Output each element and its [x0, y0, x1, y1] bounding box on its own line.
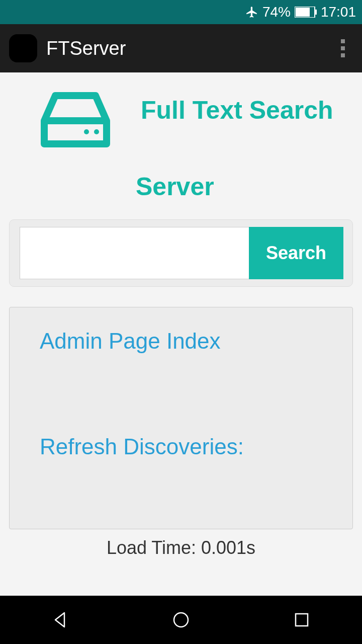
back-button[interactable]	[40, 605, 80, 635]
search-button[interactable]: Search	[249, 227, 343, 279]
overflow-menu-button[interactable]	[333, 38, 353, 58]
server-icon	[40, 91, 111, 153]
search-input[interactable]	[20, 227, 249, 279]
navigation-bar	[0, 596, 362, 644]
clock: 17:01	[321, 4, 356, 20]
page-title-line1: Full Text Search	[141, 91, 333, 126]
app-title: FTServer	[46, 38, 333, 59]
refresh-discoveries-link[interactable]: Refresh Discoveries:	[40, 434, 322, 459]
main-content: Full Text Search Server Search Admin Pag…	[0, 72, 362, 558]
battery-icon	[295, 7, 317, 18]
status-bar: 74% 17:01	[0, 0, 362, 24]
load-time-text: Load Time: 0.001s	[0, 537, 362, 558]
home-button[interactable]	[161, 605, 201, 635]
airplane-mode-icon	[245, 6, 258, 19]
svg-point-6	[174, 613, 188, 627]
action-bar: FTServer	[0, 24, 362, 72]
recent-apps-button[interactable]	[282, 605, 322, 635]
links-card: Admin Page Index Refresh Discoveries:	[9, 307, 353, 529]
battery-percent: 74%	[262, 4, 291, 20]
search-card: Search	[9, 219, 353, 287]
svg-point-5	[94, 129, 99, 134]
svg-rect-7	[296, 614, 308, 626]
svg-rect-2	[315, 10, 317, 15]
svg-rect-1	[296, 8, 310, 17]
admin-page-link[interactable]: Admin Page Index	[40, 329, 322, 354]
app-icon	[9, 34, 37, 62]
svg-point-4	[84, 129, 89, 134]
page-title-line2: Server	[0, 172, 362, 201]
